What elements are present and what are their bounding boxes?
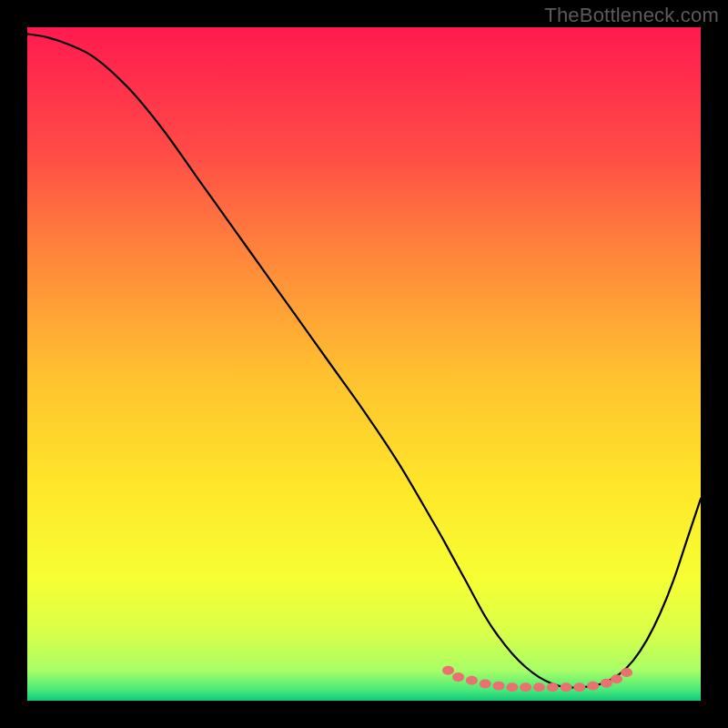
marker-point	[506, 682, 518, 692]
watermark-text: TheBottleneck.com	[544, 4, 719, 27]
chart-frame: TheBottleneck.com	[0, 0, 728, 728]
marker-point	[611, 674, 622, 683]
marker-point	[442, 666, 454, 675]
marker-point	[480, 680, 491, 689]
marker-point	[533, 682, 545, 692]
marker-point	[573, 682, 585, 692]
marker-point	[452, 672, 464, 682]
marker-point	[547, 682, 559, 692]
marker-point	[621, 668, 632, 677]
marker-point	[520, 682, 531, 692]
marker-point	[493, 682, 505, 691]
plot-area	[27, 27, 701, 701]
marker-point	[587, 682, 599, 691]
marker-point	[601, 679, 612, 688]
marker-point	[466, 676, 478, 685]
gradient-background	[27, 27, 701, 701]
marker-point	[561, 682, 572, 692]
chart-svg	[27, 27, 701, 701]
